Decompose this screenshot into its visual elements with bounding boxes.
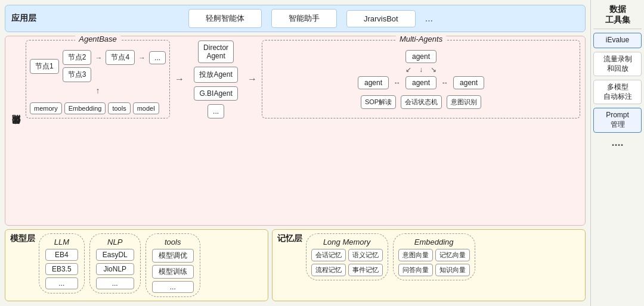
- sidebar-title: 数据工具集: [605, 4, 630, 25]
- agent-middle-row: agent ↔ agent ↔ agent: [358, 76, 484, 89]
- tools-row: memory Embedding tools model: [30, 102, 166, 114]
- app-layer-label: 应用层: [11, 13, 36, 24]
- arrow-right-1: →: [95, 54, 102, 62]
- sidebar-divider: [593, 29, 642, 29]
- node-1: 节点1: [30, 59, 59, 74]
- app-item-0: 轻舸智能体: [188, 9, 262, 28]
- agent-arrow-left: ↔: [394, 79, 401, 87]
- agents-graph: agent ↙ ↓ ↘ agent ↔ agent ↔ agent SOP解读: [266, 50, 576, 109]
- director-col: DirectorAgent 投放Agent G.BIAgent ...: [189, 40, 243, 118]
- know-vec: 知识向量: [435, 264, 470, 276]
- model-layer: 模型层 LLM EB4 EB3.5 ... NLP EasyDL JioNLP …: [5, 229, 268, 301]
- multi-agents: Multi-Agents agent ↙ ↓ ↘ agent ↔ agent ↔…: [262, 40, 580, 118]
- sidebar-item-traffic: 流量录制和回放: [593, 52, 642, 76]
- tool-memory: memory: [30, 102, 62, 114]
- director-agent: DirectorAgent: [198, 40, 234, 63]
- tools-dots: ...: [152, 281, 194, 293]
- node-dots: ...: [149, 51, 166, 64]
- embedding-row-1: 问答向量 知识向量: [398, 264, 470, 276]
- sidebar-item-prompt: Prompt管理: [593, 108, 642, 132]
- arrow-right-2: →: [138, 54, 145, 62]
- nlp-dots: ...: [96, 277, 134, 289]
- sem-memory: 语义记忆: [348, 249, 383, 261]
- app-boxes: 轻舸智能体 智能助手 JrarvisBot ...: [42, 9, 579, 28]
- tool-embedding: Embedding: [64, 102, 106, 114]
- middle-row: 智能体层 AgentBase 节点1 节点2 → 节点4: [5, 36, 586, 226]
- agent-base: AgentBase 节点1 节点2 → 节点4 → ...: [26, 40, 170, 118]
- llm-title: LLM: [54, 238, 69, 246]
- embedding-group: Embedding 意图向量 记忆向量 问答向量 知识向量: [393, 233, 475, 280]
- nodes-area: 节点1 节点2 → 节点4 → ... 节点3: [30, 50, 166, 114]
- app-item-2: JrarvisBot: [346, 10, 416, 27]
- long-memory-group: Long Memory 会话记忆 语义记忆 流程记忆 事件记忆: [306, 233, 388, 280]
- multi-labels: SOP解读 会话状态机 意图识别: [361, 95, 481, 109]
- model-tune: 模型调优: [152, 249, 194, 263]
- app-layer: 应用层 轻舸智能体 智能助手 JrarvisBot ...: [5, 5, 586, 32]
- memory-layer: 记忆层 Long Memory 会话记忆 语义记忆 流程记忆 事件记忆: [272, 229, 586, 301]
- memory-layer-label: 记忆层: [277, 233, 302, 244]
- eb35: EB3.5: [45, 263, 78, 275]
- agent-arrow-right: ↔: [441, 79, 448, 87]
- up-arrow: ↑: [30, 86, 166, 95]
- nlp-group: NLP EasyDL JioNLP ...: [89, 233, 141, 293]
- invest-agent: 投放Agent: [194, 67, 237, 83]
- sidebar-item-ievalue[interactable]: iEvalue: [593, 33, 642, 48]
- model-train: 模型训练: [152, 265, 194, 279]
- agent-center: agent: [405, 76, 436, 89]
- intent-vec: 意图向量: [398, 249, 433, 261]
- long-memory-row-1: 流程记忆 事件记忆: [311, 264, 383, 276]
- agent-top: agent: [405, 50, 436, 63]
- embedding-title: Embedding: [414, 238, 454, 246]
- sop-label: SOP解读: [361, 95, 396, 109]
- node-4: 节点4: [106, 50, 135, 65]
- agent-base-title: AgentBase: [75, 35, 120, 43]
- right-sidebar: 数据工具集 iEvalue 流量录制和回放 多模型自动标注 Prompt管理 .…: [590, 0, 644, 306]
- qa-vec: 问答向量: [398, 264, 433, 276]
- tool-tools: tools: [108, 102, 130, 114]
- intent-label: 意图识别: [447, 95, 481, 109]
- gbi-agent: G.BIAgent: [194, 86, 237, 101]
- embedding-row-0: 意图向量 记忆向量: [398, 249, 470, 261]
- node-3: 节点3: [63, 67, 92, 82]
- tool-model: model: [133, 102, 159, 114]
- conv-memory: 会话记忆: [311, 249, 346, 261]
- memory-groups: Long Memory 会话记忆 语义记忆 流程记忆 事件记忆 Embeddin…: [306, 233, 475, 280]
- eb4: EB4: [45, 249, 78, 261]
- flow-memory: 流程记忆: [311, 264, 346, 276]
- bottom-row: 模型层 LLM EB4 EB3.5 ... NLP EasyDL JioNLP …: [5, 229, 586, 301]
- agent-top-node: agent: [405, 50, 436, 63]
- nodes-top-row: 节点1 节点2 → 节点4 → ... 节点3: [30, 50, 166, 82]
- conversation-label: 会话状态机: [401, 95, 442, 109]
- easydl: EasyDL: [96, 249, 134, 261]
- tools-title: tools: [165, 238, 181, 246]
- app-item-1: 智能助手: [271, 9, 337, 28]
- director-dots: ...: [208, 104, 224, 118]
- jionlp: JioNLP: [96, 263, 134, 275]
- agent-right: agent: [453, 76, 484, 89]
- down-arrows: ↙ ↓ ↘: [405, 65, 437, 74]
- agent-left: agent: [358, 76, 389, 89]
- sidebar-item-annotation: 多模型自动标注: [593, 80, 642, 104]
- tools-group: tools 模型调优 模型训练 ...: [145, 233, 200, 297]
- model-layer-label: 模型层: [10, 233, 35, 244]
- model-groups: LLM EB4 EB3.5 ... NLP EasyDL JioNLP ... …: [39, 233, 200, 297]
- connector-base-director: →: [175, 40, 184, 118]
- sidebar-dots: ....: [611, 136, 623, 149]
- mem-vec: 记忆向量: [435, 249, 470, 261]
- multi-agents-title: Multi-Agents: [396, 35, 446, 43]
- llm-dots: ...: [45, 277, 78, 289]
- nlp-title: NLP: [107, 238, 122, 246]
- long-memory-row-0: 会话记忆 语义记忆: [311, 249, 383, 261]
- agent-inner: AgentBase 节点1 节点2 → 节点4 → ...: [26, 40, 580, 118]
- connector-director-multi: →: [247, 40, 257, 118]
- llm-group: LLM EB4 EB3.5 ...: [39, 233, 85, 293]
- app-dots: ...: [425, 13, 433, 24]
- event-memory: 事件记忆: [348, 264, 383, 276]
- agent-layer: 智能体层 AgentBase 节点1 节点2 → 节点4: [5, 36, 586, 226]
- node-2: 节点2: [63, 50, 92, 65]
- long-memory-title: Long Memory: [323, 238, 370, 246]
